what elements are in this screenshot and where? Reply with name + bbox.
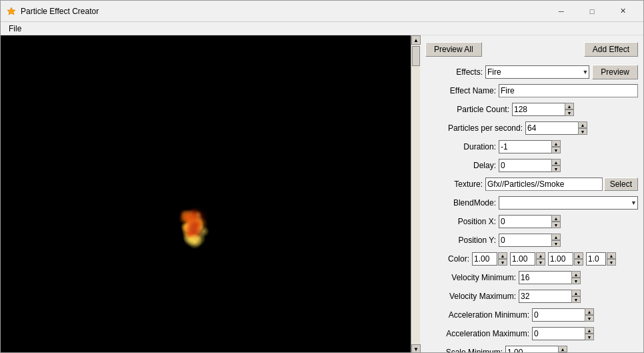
color-b-spin: ▲ ▼: [574, 252, 583, 266]
accel-min-spin-buttons: ▲ ▼: [585, 308, 594, 322]
position-y-up[interactable]: ▲: [551, 234, 561, 240]
color-g-spin: ▲ ▼: [536, 252, 545, 266]
accel-min-input[interactable]: 0: [532, 308, 585, 322]
color-a-down[interactable]: ▼: [607, 259, 616, 266]
pps-up[interactable]: ▲: [578, 121, 587, 128]
color-r-up[interactable]: ▲: [498, 252, 507, 259]
canvas-area: [1, 35, 411, 353]
pps-down[interactable]: ▼: [578, 128, 587, 135]
position-y-input[interactable]: 0: [499, 234, 552, 247]
accel-min-up[interactable]: ▲: [585, 308, 594, 315]
velocity-min-spin-buttons: ▲ ▼: [571, 271, 581, 284]
effects-label: Effects:: [425, 67, 485, 77]
color-b-down[interactable]: ▼: [574, 259, 583, 266]
maximize-button[interactable]: □: [577, 1, 607, 22]
velocity-max-spin: 32 ▲ ▼: [519, 290, 581, 303]
menu-bar: File: [1, 22, 643, 35]
position-x-down[interactable]: ▼: [551, 222, 561, 228]
pps-label: Particles per second:: [425, 123, 525, 133]
velocity-max-spin-buttons: ▲ ▼: [571, 290, 581, 303]
texture-row: Texture: Gfx//Particles//Smoke Select: [425, 177, 638, 192]
accel-max-row: Acceleration Maximum: 0 ▲ ▼: [425, 326, 638, 341]
particle-count-down[interactable]: ▼: [565, 109, 574, 116]
duration-row: Duration: -1 ▲ ▼: [425, 139, 638, 154]
preview-all-button[interactable]: Preview All: [425, 42, 482, 57]
scroll-thumb[interactable]: [412, 46, 420, 66]
texture-select-button[interactable]: Select: [604, 178, 638, 191]
particle-count-up[interactable]: ▲: [565, 103, 574, 109]
duration-spin: -1 ▲ ▼: [499, 140, 561, 153]
effect-name-input[interactable]: Fire: [499, 84, 638, 97]
scroll-track: [411, 45, 420, 344]
color-g-up[interactable]: ▲: [536, 252, 545, 259]
color-g-down[interactable]: ▼: [536, 259, 545, 266]
scale-min-input[interactable]: 1.00: [505, 346, 559, 353]
accel-max-input[interactable]: 0: [532, 327, 585, 340]
texture-input[interactable]: Gfx//Particles//Smoke: [485, 178, 603, 191]
preview-button[interactable]: Preview: [592, 65, 638, 79]
add-effect-button[interactable]: Add Effect: [584, 42, 638, 57]
particle-count-row: Particle Count: 128 ▲ ▼: [425, 102, 638, 117]
color-label: Color:: [425, 254, 472, 264]
velocity-max-down[interactable]: ▼: [571, 296, 581, 303]
velocity-min-up[interactable]: ▲: [571, 271, 581, 278]
scale-min-up[interactable]: ▲: [558, 346, 567, 352]
color-b-up[interactable]: ▲: [574, 252, 583, 259]
blendmode-row: BlendMode: ▼: [425, 196, 638, 210]
pps-spin-buttons: ▲ ▼: [578, 121, 587, 135]
accel-min-spin: 0 ▲ ▼: [532, 308, 594, 322]
delay-down[interactable]: ▼: [551, 165, 561, 172]
position-y-down[interactable]: ▼: [551, 240, 561, 247]
particle-count-input[interactable]: 128: [512, 103, 565, 116]
color-a-input[interactable]: 1.0: [586, 252, 606, 266]
effects-dropdown[interactable]: Fire: [485, 65, 589, 79]
scroll-up-button[interactable]: ▲: [411, 35, 421, 45]
position-x-spin: 0 ▲ ▼: [499, 215, 561, 228]
file-menu[interactable]: File: [3, 23, 27, 35]
velocity-min-input[interactable]: 16: [519, 271, 572, 284]
particle-count-spin: 128 ▲ ▼: [512, 103, 574, 116]
color-r-down[interactable]: ▼: [498, 259, 507, 266]
blendmode-dropdown[interactable]: [499, 196, 638, 210]
position-x-spin-buttons: ▲ ▼: [551, 215, 561, 228]
velocity-min-down[interactable]: ▼: [571, 278, 581, 284]
effects-dropdown-wrapper: Fire ▼: [485, 65, 589, 79]
position-y-row: Position Y: 0 ▲ ▼: [425, 233, 638, 248]
duration-input[interactable]: -1: [499, 140, 552, 153]
accel-min-label: Acceleration Minimum:: [425, 310, 532, 320]
color-inputs: 1.00 ▲ ▼ 1.00 ▲ ▼ 1.00 ▲ ▼ 1.0: [472, 252, 616, 266]
color-r-spin: ▲ ▼: [498, 252, 507, 266]
position-x-input[interactable]: 0: [499, 215, 552, 228]
velocity-max-input[interactable]: 32: [519, 290, 572, 303]
scale-min-spin: 1.00 ▲ ▼: [505, 346, 567, 353]
minimize-button[interactable]: ─: [546, 1, 577, 22]
duration-spin-buttons: ▲ ▼: [551, 140, 561, 153]
scrollbar: ▲ ▼: [411, 35, 420, 353]
particle-canvas: [1, 35, 411, 353]
delay-input[interactable]: 0: [499, 159, 552, 172]
pps-input[interactable]: 64: [525, 121, 579, 135]
panel-content: Preview All Add Effect Effects: Fire ▼ P…: [420, 35, 643, 353]
close-button[interactable]: ✕: [607, 1, 638, 22]
main-layout: ▲ ▼ Preview All Add Effect Effects: Fire: [1, 35, 643, 353]
delay-up[interactable]: ▲: [551, 159, 561, 165]
accel-max-up[interactable]: ▲: [585, 327, 594, 334]
blendmode-label: BlendMode:: [425, 198, 499, 208]
accel-max-down[interactable]: ▼: [585, 334, 594, 340]
color-r-input[interactable]: 1.00: [472, 252, 497, 266]
accel-min-row: Acceleration Minimum: 0 ▲ ▼: [425, 308, 638, 322]
delay-label: Delay:: [425, 161, 499, 170]
position-x-up[interactable]: ▲: [551, 215, 561, 222]
color-b-input[interactable]: 1.00: [548, 252, 573, 266]
color-a-up[interactable]: ▲: [607, 252, 616, 259]
velocity-min-spin: 16 ▲ ▼: [519, 271, 581, 284]
velocity-max-row: Velocity Maximum: 32 ▲ ▼: [425, 289, 638, 304]
accel-min-down[interactable]: ▼: [585, 315, 594, 322]
scroll-down-button[interactable]: ▼: [411, 344, 421, 353]
duration-up[interactable]: ▲: [551, 140, 561, 147]
color-g-input[interactable]: 1.00: [510, 252, 535, 266]
duration-down[interactable]: ▼: [551, 147, 561, 153]
velocity-max-up[interactable]: ▲: [571, 290, 581, 296]
blendmode-dropdown-wrapper: ▼: [499, 196, 638, 210]
particle-count-spin-buttons: ▲ ▼: [565, 103, 574, 116]
